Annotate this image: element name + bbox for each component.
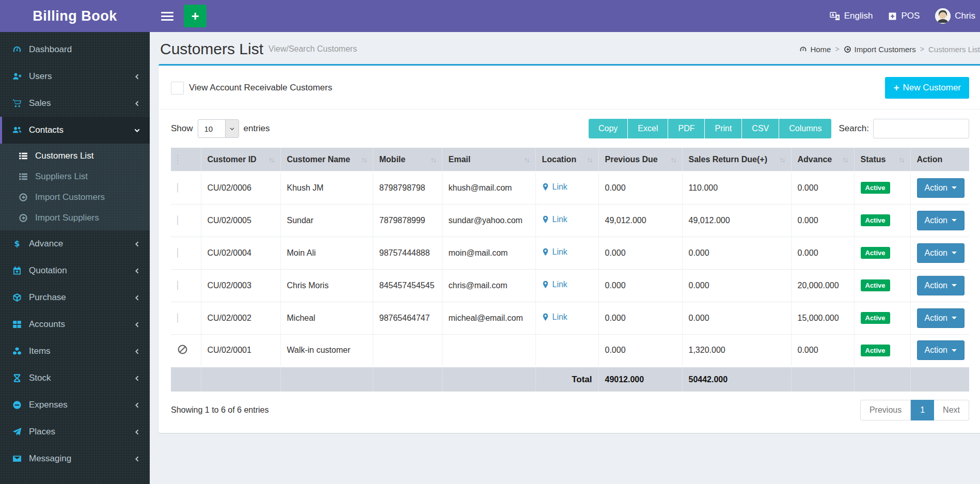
sort-icon[interactable]: ↑↓: [426, 155, 436, 164]
table-total-row: Total49012.00050442.000: [171, 367, 969, 392]
action-dropdown-button[interactable]: Action: [917, 243, 965, 263]
export-columns-button[interactable]: Columns: [779, 119, 831, 138]
sidebar-item-sales[interactable]: Sales: [0, 90, 150, 117]
column-header-mobile[interactable]: Mobile↑↓: [373, 148, 442, 171]
advance-cell: 0.000: [791, 204, 854, 237]
sidebar-item-suppliers-list[interactable]: Suppliers List: [0, 166, 150, 187]
sort-icon[interactable]: ↑↓: [895, 155, 904, 164]
app-logo[interactable]: Billing Book: [0, 0, 150, 32]
email-cell: micheal@email.com: [442, 302, 535, 334]
column-header-status[interactable]: Status↑↓: [854, 148, 910, 171]
export-print-button[interactable]: Print: [704, 119, 741, 138]
row-checkbox[interactable]: [177, 313, 178, 323]
location-link[interactable]: Link: [542, 182, 567, 192]
row-checkbox[interactable]: [177, 215, 178, 225]
action-dropdown-button[interactable]: Action: [917, 308, 965, 328]
sidebar-item-dashboard[interactable]: Dashboard: [0, 36, 150, 63]
sidebar-item-customers-list[interactable]: Customers List: [0, 146, 150, 166]
sidebar-item-advance[interactable]: $Advance: [0, 230, 150, 257]
sort-icon[interactable]: ↑↓: [667, 155, 676, 164]
sidebar-item-expenses[interactable]: Expenses: [0, 392, 150, 418]
export-copy-button[interactable]: Copy: [589, 119, 627, 138]
sidebar-item-places[interactable]: Places: [0, 418, 150, 445]
minus-circle-icon: [11, 400, 23, 410]
location-link[interactable]: Link: [542, 313, 567, 322]
breadcrumb-home[interactable]: Home: [799, 45, 831, 54]
customer-id-cell: CU/02/0005: [201, 204, 280, 237]
new-customer-button[interactable]: + New Customer: [885, 77, 969, 99]
sidebar-item-label: Quotation: [29, 266, 67, 276]
sort-icon[interactable]: ↑↓: [357, 155, 367, 164]
status-badge: Active: [861, 182, 890, 194]
sort-icon[interactable]: ↑↓: [265, 155, 274, 164]
sidebar-item-users[interactable]: Users: [0, 63, 150, 90]
location-link[interactable]: Link: [542, 280, 567, 289]
location-link[interactable]: Link: [542, 215, 567, 224]
user-name: Chris: [955, 11, 975, 21]
pos-menu[interactable]: POS: [880, 0, 927, 32]
list-icon: [18, 151, 29, 161]
sort-icon[interactable]: ↑↓: [839, 155, 848, 164]
action-dropdown-button[interactable]: Action: [917, 276, 965, 295]
mobile-cell: 845457454545: [373, 269, 442, 302]
pagination-next[interactable]: Next: [934, 400, 969, 420]
column-header-email[interactable]: Email↑↓: [442, 148, 535, 171]
column-header-location[interactable]: Location↑↓: [535, 148, 598, 171]
mobile-cell: 7879878999: [373, 204, 442, 237]
main-area: + English POS: [150, 0, 980, 484]
pos-label: POS: [901, 11, 920, 21]
hamburger-menu-icon[interactable]: [161, 10, 173, 23]
column-header-previous-due[interactable]: Previous Due↑↓: [598, 148, 682, 171]
export-excel-button[interactable]: Excel: [627, 119, 668, 138]
row-checkbox[interactable]: [177, 248, 178, 258]
pagination-previous[interactable]: Previous: [860, 400, 911, 420]
row-checkbox[interactable]: [177, 183, 178, 193]
action-dropdown-button[interactable]: Action: [917, 340, 965, 360]
sort-icon[interactable]: ↑↓: [583, 155, 592, 164]
column-header-customer-name[interactable]: Customer Name↑↓: [280, 148, 373, 171]
select-all-checkbox[interactable]: [177, 154, 178, 164]
sidebar-item-contacts[interactable]: Contacts: [0, 117, 150, 144]
breadcrumb: Home>Import Customers>Customers List: [799, 45, 980, 54]
sidebar-item-stock[interactable]: Stock: [0, 365, 150, 392]
sidebar-item-accounts[interactable]: Accounts: [0, 311, 150, 338]
language-menu[interactable]: English: [822, 0, 881, 32]
advance-cell: 0.000: [791, 334, 854, 367]
total-empty-cell: [910, 367, 969, 392]
action-dropdown-button[interactable]: Action: [917, 178, 965, 198]
user-avatar: [935, 8, 951, 24]
chevron-left-icon: [134, 375, 140, 382]
quick-add-button[interactable]: +: [184, 5, 207, 27]
column-header-advance[interactable]: Advance↑↓: [791, 148, 854, 171]
sidebar-item-messaging[interactable]: Messaging: [0, 445, 150, 472]
pagination-current-page[interactable]: 1: [911, 400, 934, 420]
export-pdf-button[interactable]: PDF: [668, 119, 704, 138]
row-checkbox[interactable]: [177, 280, 178, 290]
export-csv-button[interactable]: CSV: [741, 119, 779, 138]
action-dropdown-button[interactable]: Action: [917, 211, 965, 230]
sidebar-item-import-customers[interactable]: Import Customers: [0, 187, 150, 208]
sidebar-item-import-suppliers[interactable]: Import Suppliers: [0, 208, 150, 228]
table-body: CU/02/0006Khush JM8798798798khush@mail.c…: [171, 171, 969, 367]
sidebar-item-items[interactable]: Items: [0, 338, 150, 365]
search-input[interactable]: [873, 119, 969, 138]
location-cell: Link: [535, 171, 598, 204]
page-length-select[interactable]: 10: [198, 119, 239, 138]
column-header-sales-return-due[interactable]: Sales Return Due(+)↑↓: [682, 148, 791, 171]
breadcrumb-import-customers[interactable]: Import Customers: [844, 45, 916, 54]
chevron-left-icon: [134, 429, 140, 435]
plus-icon: +: [893, 82, 899, 93]
sort-icon[interactable]: ↑↓: [520, 155, 529, 164]
sidebar-item-quotation[interactable]: Quotation: [0, 257, 150, 284]
user-menu[interactable]: Chris: [927, 0, 980, 32]
grid-icon: [11, 320, 23, 329]
sidebar-subitem-label: Import Customers: [35, 192, 105, 202]
cube-icon: [11, 293, 23, 302]
sort-icon[interactable]: ↑↓: [776, 155, 785, 164]
location-link[interactable]: Link: [542, 247, 567, 257]
column-header-customer-id[interactable]: Customer ID↑↓: [201, 148, 280, 171]
action-cell: Action: [910, 171, 969, 204]
sales-return-due-cell: 49,012.000: [682, 204, 791, 237]
account-receivable-checkbox[interactable]: [171, 82, 184, 95]
sidebar-item-purchase[interactable]: Purchase: [0, 284, 150, 311]
